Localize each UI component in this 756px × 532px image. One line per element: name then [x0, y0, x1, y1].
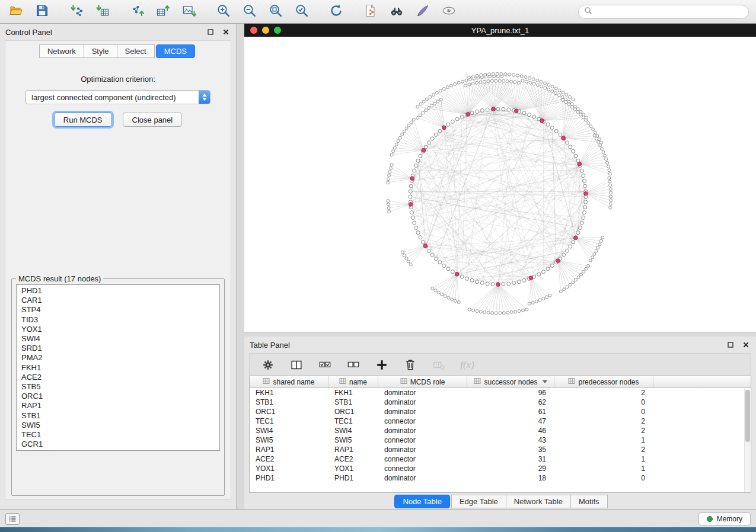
table-cell: 29 — [467, 464, 554, 473]
minimize-window-icon[interactable] — [262, 27, 269, 34]
share-document-icon — [363, 4, 378, 20]
delete-button[interactable] — [403, 357, 418, 373]
column-header-shared-name[interactable]: shared name — [250, 376, 328, 387]
desktop-wallpaper — [0, 527, 756, 532]
zoom-out-icon — [243, 4, 257, 20]
column-header-successor-nodes[interactable]: successor nodes — [467, 376, 554, 387]
mcds-result-item[interactable]: PHD1 — [17, 286, 219, 296]
zoom-in-button[interactable] — [215, 3, 232, 21]
close-panel-icon[interactable] — [221, 27, 231, 37]
zoom-out-button[interactable] — [241, 3, 259, 21]
export-image-button[interactable] — [180, 3, 198, 21]
table-row[interactable]: FKH1FKH1dominator962 — [250, 388, 751, 398]
float-table-panel-icon[interactable] — [726, 340, 735, 350]
table-row[interactable]: YOX1YOX1connector291 — [250, 464, 751, 473]
control-panel-title: Control Panel — [5, 28, 52, 37]
mcds-result-list[interactable]: PHD1CAR1STP4TID3YOX1SWI4SRD1PMA2FKH1ACE2… — [16, 284, 220, 451]
open-button[interactable] — [7, 3, 25, 21]
export-network-button[interactable] — [128, 3, 146, 21]
tab-network-table[interactable]: Network Table — [506, 495, 571, 508]
memory-button[interactable]: Memory — [698, 512, 751, 525]
import-network-button[interactable] — [68, 3, 85, 21]
show-hide-button[interactable] — [440, 3, 458, 21]
mcds-result-item[interactable]: SRD1 — [17, 344, 219, 353]
close-table-panel-icon[interactable] — [741, 340, 751, 350]
select-all-button[interactable] — [317, 357, 333, 373]
scrollbar-thumb[interactable] — [745, 390, 750, 442]
optimization-criterion-label: Optimization criterion: — [5, 75, 231, 84]
network-view[interactable] — [244, 37, 756, 332]
sort-caret-icon[interactable] — [543, 380, 547, 383]
table-row[interactable]: PHD1PHD1dominator180 — [250, 473, 751, 483]
zoom-fit-button[interactable] — [267, 3, 285, 21]
table-row[interactable]: TEC1TEC1connector472 — [250, 416, 751, 426]
table-row[interactable]: ORC1ORC1dominator610 — [250, 407, 751, 416]
close-panel-button[interactable]: Close panel — [123, 113, 183, 127]
export-table-icon — [156, 4, 170, 20]
table-row[interactable]: RAP1RAP1dominator352 — [250, 445, 751, 454]
table-cell: dominator — [378, 389, 467, 397]
search-box[interactable] — [578, 5, 749, 19]
float-panel-icon[interactable] — [206, 27, 215, 37]
close-window-icon[interactable] — [250, 27, 257, 34]
column-header-MCDS-role[interactable]: MCDS role — [378, 376, 467, 387]
column-grid-icon — [568, 377, 575, 386]
table-cell: dominator — [378, 427, 467, 435]
table-row[interactable]: ACE2ACE2connector311 — [250, 454, 751, 464]
mcds-result-item[interactable]: PMA2 — [17, 353, 219, 363]
search-network-button[interactable] — [388, 3, 406, 21]
import-table-button[interactable] — [94, 3, 111, 21]
mcds-result-item[interactable]: TEC1 — [17, 430, 219, 440]
mcds-result-item[interactable]: ACE2 — [17, 373, 219, 382]
settings-button[interactable] — [260, 357, 276, 373]
table-cell: ORC1 — [250, 408, 328, 416]
apply-layout-button[interactable] — [327, 3, 345, 21]
mcds-result-item[interactable]: SWI5 — [17, 421, 219, 430]
tab-motifs[interactable]: Motifs — [570, 495, 608, 508]
export-table-button[interactable] — [154, 3, 172, 21]
column-header-predecessor-nodes[interactable]: predecessor nodes — [554, 376, 653, 387]
mcds-result-item[interactable]: YOX1 — [17, 325, 219, 334]
save-button[interactable] — [33, 3, 51, 21]
panel-splitter[interactable] — [236, 24, 244, 509]
mcds-result-item[interactable]: RAP1 — [17, 401, 219, 411]
tab-select[interactable]: Select — [117, 44, 155, 58]
table-row[interactable]: STB1STB1dominator620 — [250, 398, 751, 407]
optimization-criterion-select[interactable]: largest connected component (undirected) — [25, 90, 210, 104]
mcds-result-item[interactable]: ORC1 — [17, 392, 219, 401]
table-tabs: Node TableEdge TableNetwork TableMotifs — [244, 493, 756, 509]
columns-button[interactable] — [289, 357, 304, 373]
share-document-button[interactable] — [362, 3, 379, 21]
network-canvas[interactable] — [244, 37, 756, 332]
column-label: shared name — [273, 378, 314, 386]
table-scrollbar[interactable] — [744, 389, 750, 492]
mcds-result-item[interactable]: STB1 — [17, 411, 219, 421]
maximize-window-icon[interactable] — [274, 27, 281, 34]
table-cell: ACE2 — [328, 455, 378, 463]
run-mcds-button[interactable]: Run MCDS — [54, 113, 112, 127]
table-row[interactable]: SWI4SWI4dominator462 — [250, 426, 751, 435]
export-image-icon — [182, 4, 196, 20]
add-button[interactable] — [374, 357, 390, 373]
tab-network[interactable]: Network — [39, 44, 84, 58]
tab-edge-table[interactable]: Edge Table — [451, 495, 506, 508]
mcds-result-item[interactable]: STP4 — [17, 305, 219, 315]
horizontal-splitter[interactable] — [244, 332, 756, 336]
mcds-result-item[interactable]: STB5 — [17, 382, 219, 392]
tab-style[interactable]: Style — [84, 44, 117, 58]
tab-node-table[interactable]: Node Table — [394, 495, 450, 508]
search-input[interactable] — [595, 8, 743, 16]
table-row[interactable]: SWI5SWI5connector431 — [250, 435, 751, 445]
mcds-result-item[interactable]: TID3 — [17, 315, 219, 325]
table-panel: Table Panel f(x) shared namenameMCDS rol… — [244, 336, 756, 509]
zoom-selected-button[interactable] — [293, 3, 311, 21]
tab-mcds[interactable]: MCDS — [156, 44, 195, 58]
mcds-result-item[interactable]: FKH1 — [17, 363, 219, 373]
style-brush-button[interactable] — [414, 3, 432, 21]
mcds-result-item[interactable]: CAR1 — [17, 296, 219, 305]
column-header-name[interactable]: name — [328, 376, 378, 387]
mcds-result-item[interactable]: GCR1 — [17, 440, 219, 449]
task-history-button[interactable] — [5, 513, 20, 525]
deselect-all-button[interactable] — [346, 357, 361, 373]
mcds-result-item[interactable]: SWI4 — [17, 334, 219, 344]
